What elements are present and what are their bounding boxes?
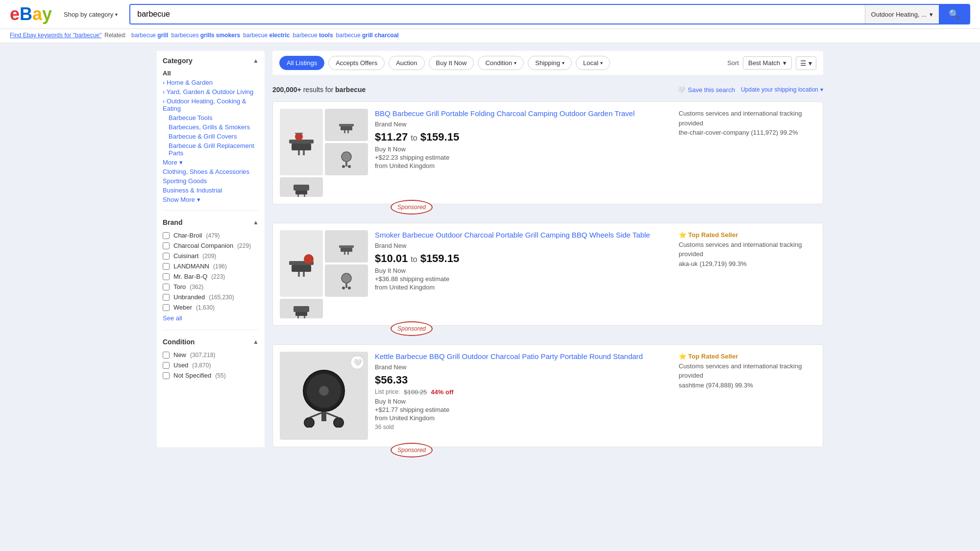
brand-toro-label: Toro <box>173 283 186 290</box>
svg-rect-8 <box>344 130 345 133</box>
related-link-3[interactable]: barbecue electric <box>243 32 290 39</box>
brand-char-broil-checkbox[interactable] <box>163 232 170 239</box>
condition-used[interactable]: Used (3,870) <box>163 360 259 370</box>
sidebar-item-bbq-covers[interactable]: Barbecue & Grill Covers <box>163 132 259 141</box>
search-category-select[interactable]: Outdoor Heating, ... ▾ <box>865 5 939 24</box>
search-category-label: Outdoor Heating, ... <box>871 11 927 18</box>
product-title-3[interactable]: Kettle Barbecue BBQ Grill Outdoor Charco… <box>375 352 672 361</box>
product-discount-3: 44% off <box>431 388 453 396</box>
brand-weber-checkbox[interactable] <box>163 304 170 311</box>
product-info-1: BBQ Barbecue Grill Portable Folding Char… <box>375 109 672 197</box>
search-input[interactable] <box>130 5 864 24</box>
product-price-3: $56.33 <box>375 374 672 386</box>
product-title-1[interactable]: BBQ Barbecue Grill Portable Folding Char… <box>375 109 672 119</box>
sidebar-item-yard-garden[interactable]: ‹ Yard, Garden & Outdoor Living <box>163 87 259 96</box>
wishlist-button-3[interactable]: 🤍 <box>350 356 364 369</box>
shop-by-category-button[interactable]: Shop by category ▾ <box>60 11 122 18</box>
brand-char-broil-label: Char-Broil <box>173 232 202 239</box>
brand-landmann-label: LANDMANN <box>173 263 209 270</box>
brand-toro[interactable]: Toro (362) <box>163 282 259 292</box>
sidebar-item-sporting[interactable]: Sporting Goods <box>163 176 259 186</box>
shop-by-category-chevron: ▾ <box>115 12 118 17</box>
sidebar-item-clothing[interactable]: Clothing, Shoes & Accessories <box>163 167 259 176</box>
brand-char-broil-count: (479) <box>206 232 220 239</box>
svg-rect-16 <box>297 194 299 197</box>
sidebar-item-home-garden[interactable]: ‹ Home & Garden <box>163 78 259 87</box>
view-toggle[interactable]: ☰ ▾ <box>796 56 816 70</box>
brand-weber[interactable]: Weber (1,630) <box>163 302 259 312</box>
sort-select[interactable]: Best Match ▾ <box>743 56 792 70</box>
brand-cuisinart-label: Cuisinart <box>173 252 198 260</box>
filter-auction[interactable]: Auction <box>389 56 424 70</box>
sidebar-item-bbq-tools[interactable]: Barbecue Tools <box>163 113 259 122</box>
condition-not-specified[interactable]: Not Specified (55) <box>163 370 259 381</box>
logo-a: a <box>32 5 42 23</box>
sidebar-item-business[interactable]: Business & Industrial <box>163 186 259 195</box>
sidebar-brand-header[interactable]: Brand ▲ <box>163 218 259 226</box>
brand-cuisinart-checkbox[interactable] <box>163 253 170 260</box>
product-seller-customs-3: ⭐ Top Rated Seller Customs services and … <box>679 352 816 390</box>
filter-buy-it-now[interactable]: Buy It Now <box>429 56 474 70</box>
brand-cuisinart[interactable]: Cuisinart (209) <box>163 251 259 261</box>
product-seller-customs-2: ⭐ Top Rated Seller Customs services and … <box>679 230 816 268</box>
brand-unbranded-checkbox[interactable] <box>163 294 170 301</box>
product-price-low-2: $10.01 <box>375 252 408 265</box>
save-search-button[interactable]: 🤍 Save this search <box>677 86 735 94</box>
product-seller-name-2: aka-uk (129,719) 99.3% <box>679 259 816 269</box>
condition-used-checkbox[interactable] <box>163 362 170 369</box>
brand-mr-barbq[interactable]: Mr. Bar-B-Q (223) <box>163 271 259 282</box>
product-thumb-2c <box>280 299 323 318</box>
svg-line-42 <box>326 413 339 418</box>
brand-toro-checkbox[interactable] <box>163 284 170 290</box>
sidebar-show-more-button[interactable]: Show More ▾ <box>163 195 259 204</box>
product-list: BBQ Barbecue Grill Portable Folding Char… <box>272 101 823 447</box>
product-image-area-1 <box>280 109 368 197</box>
sidebar-item-outdoor-heating[interactable]: ‹ Outdoor Heating, Cooking & Eating <box>163 96 259 113</box>
related-link-5[interactable]: barbecue grill charcoal <box>336 32 399 39</box>
see-all-brands-link[interactable]: See all <box>163 312 259 324</box>
svg-rect-26 <box>347 252 349 255</box>
condition-new[interactable]: New (307,218) <box>163 350 259 360</box>
filter-all-listings[interactable]: All Listings <box>279 56 324 70</box>
brand-charcoal-companion[interactable]: Charcoal Companion (229) <box>163 240 259 251</box>
svg-point-12 <box>342 165 345 168</box>
sidebar-item-all[interactable]: All <box>163 69 259 78</box>
product-thumb-2b <box>325 264 368 297</box>
product-seller-name-1: the-chair-cover-company (111,972) 99.2% <box>679 128 816 138</box>
brand-charcoal-companion-checkbox[interactable] <box>163 242 170 249</box>
brand-char-broil[interactable]: Char-Broil (479) <box>163 230 259 240</box>
brand-landmann[interactable]: LANDMANN (196) <box>163 261 259 271</box>
svg-rect-15 <box>295 191 307 194</box>
brand-mr-barbq-label: Mr. Bar-B-Q <box>173 273 207 280</box>
sidebar-item-bbq-parts[interactable]: Barbecue & Grill Replacement Parts <box>163 141 259 158</box>
update-shipping-label: Update your shipping location <box>741 86 818 93</box>
filter-accepts-offers[interactable]: Accepts Offers <box>328 56 385 70</box>
sidebar-more-label: More <box>163 159 177 166</box>
brand-unbranded[interactable]: Unbranded (165,230) <box>163 292 259 302</box>
product-right-3: ⭐ Top Rated Seller Customs services and … <box>679 352 816 440</box>
product-title-2[interactable]: Smoker Barbecue Outdoor Charcoal Portabl… <box>375 230 672 240</box>
related-link-1[interactable]: barbecue grill <box>131 32 168 39</box>
find-keywords-link[interactable]: Find Ebay keywords for "barbecue" <box>10 32 101 39</box>
brand-landmann-checkbox[interactable] <box>163 263 170 270</box>
condition-not-specified-checkbox[interactable] <box>163 372 170 379</box>
product-shipping-1: +$22.23 shipping estimate <box>375 154 672 161</box>
sidebar-condition-header[interactable]: Condition ▲ <box>163 338 259 346</box>
filter-shipping[interactable]: Shipping ▾ <box>528 56 572 70</box>
brand-mr-barbq-checkbox[interactable] <box>163 273 170 280</box>
product-price-to-2: to <box>411 255 417 264</box>
related-link-4[interactable]: barbecue tools <box>293 32 333 39</box>
search-button[interactable]: 🔍 <box>939 5 969 24</box>
sidebar: Category ▲ All ‹ Home & Garden ‹ Yard, G… <box>157 51 265 447</box>
filter-condition[interactable]: Condition ▾ <box>478 56 524 70</box>
condition-new-checkbox[interactable] <box>163 352 170 359</box>
filter-local[interactable]: Local ▾ <box>576 56 610 70</box>
update-shipping-link[interactable]: Update your shipping location ▾ <box>741 86 823 93</box>
sidebar-more-button[interactable]: More ▾ <box>163 158 259 167</box>
product-shipping-2: +$36.88 shipping estimate <box>375 275 672 283</box>
product-condition-1: Brand New <box>375 120 672 128</box>
sidebar-category-section: Category ▲ All ‹ Home & Garden ‹ Yard, G… <box>163 57 259 211</box>
sidebar-category-header[interactable]: Category ▲ <box>163 57 259 65</box>
related-link-2[interactable]: barbecues grills smokers <box>171 32 240 39</box>
sidebar-item-bbq-grills[interactable]: Barbecues, Grills & Smokers <box>163 122 259 132</box>
